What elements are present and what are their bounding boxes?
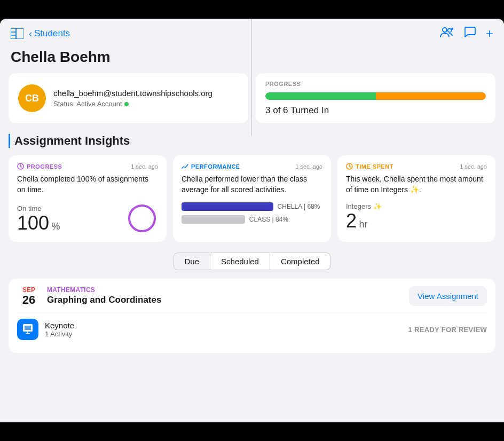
insight-type-progress: PROGRESS xyxy=(17,163,62,170)
top-section: CB chella_boehm@student.townshipschools.… xyxy=(9,73,495,123)
progress-bar xyxy=(265,92,486,100)
plus-icon[interactable]: + xyxy=(486,26,493,41)
avatar: CB xyxy=(18,84,46,112)
page-title: Chella Boehm xyxy=(0,45,504,73)
insights-grid: PROGRESS 1 sec. ago Chella completed 100… xyxy=(9,155,495,242)
section-title: Assignment Insights xyxy=(9,134,495,148)
activity-info: Keynote 1 Activity xyxy=(45,321,74,338)
metric-value-0: 100 xyxy=(17,212,49,234)
keynote-icon xyxy=(17,319,38,340)
insight-header-time: TIME SPENT 1 sec. ago xyxy=(346,163,487,170)
back-label: Students xyxy=(34,28,70,39)
metric-label-0: On time xyxy=(17,204,60,212)
filter-tabs: Due Scheduled Completed xyxy=(9,253,495,270)
assignment-month: SEP xyxy=(22,286,35,294)
progress-card: PROGRESS 3 of 6 Turned In xyxy=(256,73,495,123)
perf-bar-row-class: CLASS | 84% xyxy=(182,215,322,224)
svg-rect-0 xyxy=(11,28,16,39)
insight-timestamp-0: 1 sec. ago xyxy=(131,163,158,170)
svg-point-4 xyxy=(447,29,451,33)
status-text: Status: Active Account xyxy=(53,100,122,108)
progress-bar-orange xyxy=(376,92,486,100)
time-value-display: 2 hr xyxy=(346,211,487,231)
circle-progress-icon xyxy=(126,202,158,234)
insight-card-progress: PROGRESS 1 sec. ago Chella completed 100… xyxy=(9,155,167,242)
insight-card-performance: PERFORMANCE 1 sec. ago Chella performed … xyxy=(173,155,331,242)
activity-name: Keynote xyxy=(45,321,74,330)
tab-scheduled[interactable]: Scheduled xyxy=(210,253,270,270)
view-assignment-button[interactable]: View Assignment xyxy=(409,286,487,306)
time-value: 2 xyxy=(346,210,357,232)
insight-desc-2: This week, Chella spent the most amount … xyxy=(346,174,487,195)
perf-label-class: CLASS | 84% xyxy=(249,216,288,223)
header-left: ‹ Students xyxy=(11,28,70,40)
insight-card-time: TIME SPENT 1 sec. ago This week, Chella … xyxy=(337,155,495,242)
insight-type-performance: PERFORMANCE xyxy=(182,163,240,170)
insight-timestamp-1: 1 sec. ago xyxy=(295,163,322,170)
divider-line xyxy=(251,19,252,136)
perf-bar-row-chella: CHELLA | 68% xyxy=(182,202,322,211)
tab-due[interactable]: Due xyxy=(174,253,211,270)
profile-status: Status: Active Account xyxy=(53,100,212,108)
assignment-info: MATHEMATICS Graphing and Coordinates xyxy=(41,286,409,305)
insight-desc-0: Chella completed 100% of assignments on … xyxy=(17,174,158,195)
assignment-day: 26 xyxy=(22,294,35,306)
insight-metric-0: On time 100 % xyxy=(17,202,158,234)
back-chevron-icon: ‹ xyxy=(29,28,32,40)
time-topic: Integers ✨ xyxy=(346,202,487,210)
status-dot xyxy=(124,102,129,106)
perf-label-chella: CHELLA | 68% xyxy=(278,203,320,210)
perf-bar-chella xyxy=(182,202,273,211)
insight-header-progress: PROGRESS 1 sec. ago xyxy=(17,163,158,170)
metric-left: On time 100 % xyxy=(17,204,60,233)
activity-row: Keynote 1 Activity 1 READY FOR REVIEW xyxy=(17,313,487,345)
back-button[interactable]: ‹ Students xyxy=(29,28,70,40)
svg-point-8 xyxy=(129,206,155,231)
header-right: + xyxy=(440,26,493,41)
metric-unit-0: % xyxy=(52,221,60,232)
insight-type-time: TIME SPENT xyxy=(346,163,393,170)
progress-card-label: PROGRESS xyxy=(265,81,486,87)
progress-turned-in: 3 of 6 Turned In xyxy=(265,105,486,116)
insight-header-performance: PERFORMANCE 1 sec. ago xyxy=(182,163,322,170)
assignment-date: SEP 26 xyxy=(17,286,41,306)
activity-status: 1 READY FOR REVIEW xyxy=(408,326,487,334)
assignment-card: SEP 26 MATHEMATICS Graphing and Coordina… xyxy=(9,279,495,353)
svg-rect-14 xyxy=(25,326,31,330)
assignment-header: SEP 26 MATHEMATICS Graphing and Coordina… xyxy=(17,286,487,306)
insight-desc-1: Chella performed lower than the class av… xyxy=(182,174,322,195)
profile-info: chella_boehm@student.townshipschools.org… xyxy=(53,89,212,108)
content-area: CB chella_boehm@student.townshipschools.… xyxy=(0,73,504,418)
insights-section: Assignment Insights PROGRESS xyxy=(9,134,495,242)
assignment-subject: MATHEMATICS xyxy=(47,286,403,294)
time-metric: Integers ✨ 2 hr xyxy=(346,202,487,231)
svg-rect-1 xyxy=(16,28,23,39)
activity-count: 1 Activity xyxy=(45,330,74,338)
perf-bars: CHELLA | 68% CLASS | 84% xyxy=(182,202,322,224)
header: ‹ Students xyxy=(0,19,504,45)
sidebar-toggle-icon[interactable] xyxy=(11,28,23,39)
assignment-title: Graphing and Coordinates xyxy=(47,295,403,305)
add-person-icon[interactable] xyxy=(440,26,454,41)
profile-email: chella_boehm@student.townshipschools.org xyxy=(53,89,212,98)
progress-bar-green xyxy=(265,92,376,100)
activity-left: Keynote 1 Activity xyxy=(17,319,74,340)
svg-point-5 xyxy=(443,28,447,32)
tab-completed[interactable]: Completed xyxy=(270,253,331,270)
insight-timestamp-2: 1 sec. ago xyxy=(460,163,487,170)
metric-value-display: 100 % xyxy=(17,214,60,233)
perf-bar-class xyxy=(182,215,245,224)
profile-card: CB chella_boehm@student.townshipschools.… xyxy=(9,73,248,123)
chat-icon[interactable] xyxy=(463,26,476,41)
time-unit: hr xyxy=(359,219,367,230)
